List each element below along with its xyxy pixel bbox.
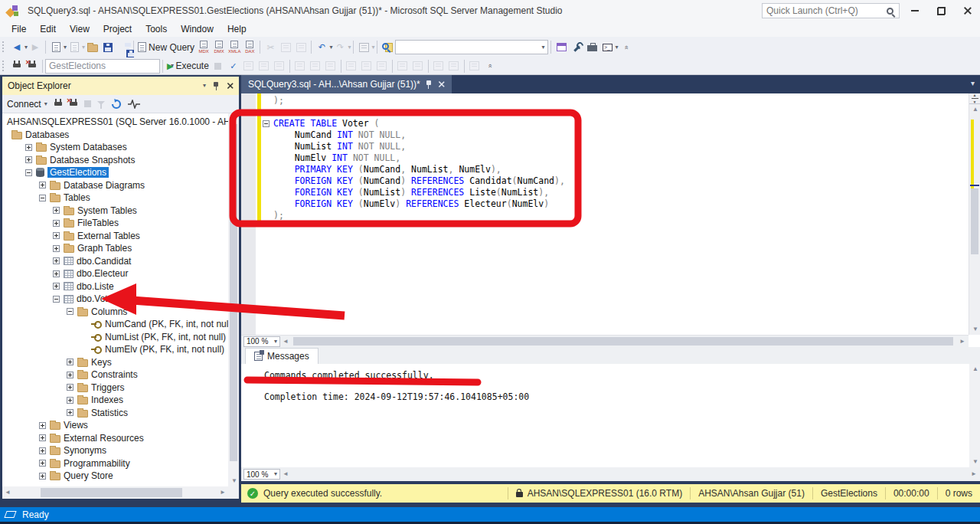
tree-row-columns[interactable]: Columns (2, 306, 228, 319)
expand-icon[interactable] (39, 447, 46, 454)
tree-row-dbo-voter[interactable]: dbo.Voter (2, 293, 228, 306)
collapse-icon[interactable] (67, 308, 74, 315)
database-combobox[interactable]: ▾ (45, 59, 160, 74)
expand-icon[interactable] (39, 473, 46, 480)
messages-hscrollbar[interactable]: ► (289, 467, 980, 481)
tree-row-synonyms[interactable]: Synonyms (2, 444, 228, 457)
window-position-caret[interactable]: ▾ (203, 83, 206, 89)
menu-item-tools[interactable]: Tools (139, 22, 174, 36)
find-combobox[interactable]: ▾ (395, 40, 548, 54)
results-to-grid-button[interactable] (359, 58, 374, 74)
scroll-down-icon[interactable]: ▼ (231, 478, 237, 484)
tree-row-external-resources[interactable]: External Resources (2, 432, 228, 445)
cancel-query-button[interactable] (211, 58, 226, 74)
new-dax-query-button[interactable]: DAX (242, 39, 257, 55)
refresh-icon[interactable] (111, 99, 122, 110)
pin-icon[interactable] (213, 82, 219, 90)
quick-launch-box[interactable] (762, 3, 900, 18)
tree-row-triggers[interactable]: Triggers (2, 382, 228, 395)
document-well-caret[interactable]: ▾ (971, 79, 975, 87)
toolbar-overflow-button[interactable]: » (482, 58, 498, 74)
filter-icon[interactable] (97, 101, 105, 105)
find-input[interactable] (396, 42, 541, 53)
save-all-button[interactable] (116, 39, 131, 55)
menu-item-edit[interactable]: Edit (33, 22, 63, 36)
connect-menu-button[interactable]: Connect ▾ (7, 99, 47, 110)
scroll-down-icon[interactable]: ▼ (972, 326, 978, 332)
scroll-left-icon[interactable]: ◄ (283, 471, 289, 477)
expand-icon[interactable] (67, 372, 74, 378)
tree-row-dbo-liste[interactable]: dbo.Liste (2, 280, 228, 293)
new-file-button[interactable] (48, 39, 64, 55)
tree-row-numelv-pk-fk-int-not-null[interactable]: NumElv (PK, FK, int, not null) (2, 343, 228, 356)
execute-button[interactable]: ▶ Execute (165, 58, 211, 74)
save-button[interactable] (100, 39, 116, 55)
add-item-button[interactable] (67, 39, 82, 55)
live-query-stats-button[interactable] (308, 58, 323, 74)
tree-row-numcand-pk-fk-int-not-null[interactable]: NumCand (PK, FK, int, not null) (2, 318, 228, 331)
menu-item-project[interactable]: Project (96, 22, 139, 36)
expand-icon[interactable] (53, 207, 60, 214)
client-stats-button[interactable] (323, 58, 338, 74)
expand-icon[interactable] (39, 460, 46, 467)
expand-icon[interactable] (53, 283, 60, 290)
scroll-left-icon[interactable]: ◄ (283, 339, 289, 345)
toolbar-grip[interactable] (2, 61, 6, 72)
change-connection-button[interactable]: ✕ (24, 58, 40, 74)
properties-button[interactable] (569, 39, 584, 55)
menu-item-window[interactable]: Window (174, 22, 220, 36)
undo-button[interactable]: ↶ (314, 39, 329, 55)
scrollbar-thumb[interactable] (293, 337, 953, 346)
messages-vscrollbar[interactable]: ▲ ▼ (969, 364, 980, 467)
menu-item-help[interactable]: Help (220, 22, 253, 36)
display-estimated-plan-button[interactable] (241, 58, 256, 74)
open-file-button[interactable] (85, 39, 100, 55)
new-dmx-query-button[interactable]: DMX (211, 39, 227, 55)
tree-row-constraints[interactable]: Constraints (2, 368, 228, 382)
scrollbar-thumb[interactable] (230, 124, 237, 461)
editor-vscrollbar[interactable]: ▲▼ ▲ ▼ (969, 93, 980, 335)
tree-row-external-tables[interactable]: External Tables (2, 230, 228, 243)
messages-tab[interactable]: Messages (245, 348, 318, 364)
scroll-up-icon[interactable]: ▲ (231, 116, 237, 122)
new-mdx-query-button[interactable]: MDX (196, 39, 211, 55)
stop-icon[interactable] (84, 100, 91, 107)
scroll-up-icon[interactable]: ▲ (972, 366, 978, 372)
editor-hscrollbar[interactable]: ► (289, 336, 969, 347)
tree-row-dbo-candidat[interactable]: dbo.Candidat (2, 255, 228, 268)
disconnect-icon[interactable]: ✕ (69, 99, 78, 110)
query-document-tab[interactable]: SQLQuery3.sql - AH...\Ahsan Gujjar (51))… (241, 75, 452, 93)
fold-collapse-icon[interactable] (263, 120, 270, 127)
connect-button[interactable] (9, 58, 24, 74)
tree-row-tables[interactable]: Tables (2, 192, 228, 205)
menu-item-view[interactable]: View (63, 22, 96, 36)
find-button[interactable] (380, 39, 395, 55)
find-combo-caret[interactable]: ▾ (541, 44, 544, 51)
tree-row-graph-tables[interactable]: Graph Tables (2, 242, 228, 255)
scroll-left-icon[interactable]: ◄ (5, 490, 11, 496)
collapse-icon[interactable] (39, 195, 46, 201)
expand-icon[interactable] (67, 397, 74, 404)
expand-icon[interactable] (25, 156, 32, 163)
expand-icon[interactable] (39, 182, 46, 188)
expand-icon[interactable] (39, 434, 46, 441)
copy-button[interactable] (278, 39, 293, 55)
debug-button[interactable] (467, 58, 482, 74)
expand-icon[interactable] (67, 409, 74, 416)
menu-item-file[interactable]: File (5, 22, 33, 36)
tree-row-databases[interactable]: Databases (2, 129, 228, 142)
tree-row-views[interactable]: Views (2, 419, 228, 432)
script-action-button[interactable] (356, 39, 371, 55)
scrollbar-thumb[interactable] (41, 488, 182, 497)
uncomment-button[interactable] (410, 58, 426, 74)
messages-zoom-select[interactable]: 100 % ▾ (243, 469, 280, 480)
expand-icon[interactable] (53, 232, 60, 239)
script-action-caret[interactable]: ▾ (371, 44, 374, 51)
navigate-forward-button[interactable]: ▶ (28, 39, 43, 55)
tree-row-database-snapshots[interactable]: Database Snapshots (2, 154, 228, 167)
command-window-button[interactable]: >_ (599, 39, 615, 55)
messages-content[interactable]: Commands completed successfully. Complet… (241, 364, 969, 467)
minimize-button[interactable] (902, 0, 928, 21)
navigate-back-button[interactable]: ◀ (9, 39, 24, 55)
activity-monitor-icon[interactable] (128, 100, 140, 109)
